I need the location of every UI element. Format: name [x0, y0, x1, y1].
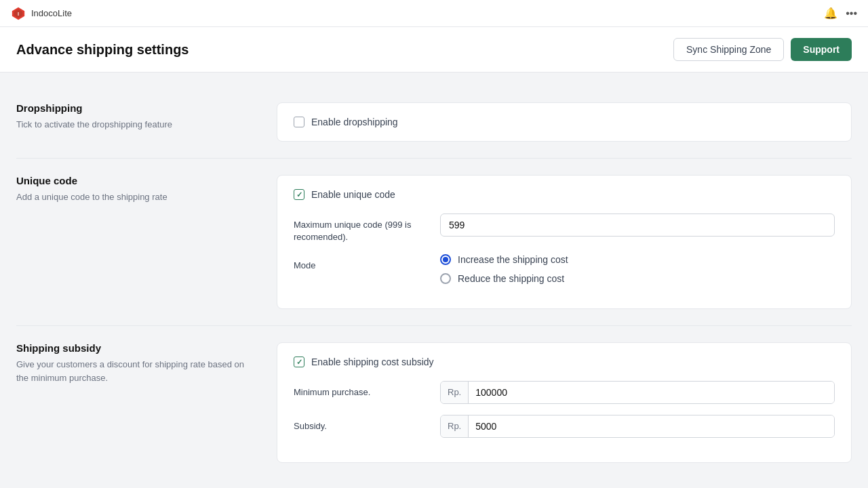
- section-label-dropshipping: Dropshipping Tick to activate the dropsh…: [16, 102, 260, 142]
- input-wrapper-minimum-purchase: Rp.: [440, 381, 835, 404]
- input-prefix-minimum-purchase: Rp.: [441, 382, 469, 403]
- form-row-subsidy: Subsidy. Rp.: [294, 415, 835, 438]
- section-panel-unique-code: Enable unique code Maximum unique code (…: [277, 175, 852, 309]
- app-logo-icon: I: [11, 6, 26, 21]
- form-row-mode: Mode Increase the shipping cost Reduce t…: [294, 254, 835, 284]
- checkbox-label-unique-code: Enable unique code: [311, 189, 395, 200]
- input-subsidy[interactable]: [469, 415, 834, 437]
- checkbox-shipping-subsidy[interactable]: [294, 357, 304, 367]
- main-content: Dropshipping Tick to activate the dropsh…: [0, 73, 868, 488]
- checkbox-row-unique-code: Enable unique code: [294, 189, 835, 200]
- checkbox-label-dropshipping: Enable dropshipping: [311, 117, 398, 127]
- radio-increase[interactable]: [440, 254, 451, 265]
- form-row-minimum-purchase: Minimum purchase. Rp.: [294, 381, 835, 404]
- section-desc-shipping-subsidy: Give your customers a discount for shipp…: [16, 358, 244, 384]
- checkbox-label-shipping-subsidy: Enable shipping cost subsidy: [311, 357, 434, 367]
- topbar: I IndocoLite 🔔 •••: [0, 0, 868, 27]
- section-title-dropshipping: Dropshipping: [16, 102, 244, 114]
- page-title: Advance shipping settings: [16, 42, 189, 58]
- page-header: Advance shipping settings Sync Shipping …: [0, 27, 868, 73]
- radio-label-increase: Increase the shipping cost: [458, 254, 568, 265]
- section-desc-dropshipping: Tick to activate the dropshipping featur…: [16, 118, 244, 131]
- checkbox-dropshipping[interactable]: [294, 117, 304, 127]
- input-max-unique-code[interactable]: [440, 214, 835, 237]
- radio-group-mode: Increase the shipping cost Reduce the sh…: [440, 254, 568, 284]
- checkbox-row-shipping-subsidy: Enable shipping cost subsidy: [294, 357, 835, 367]
- section-label-unique-code: Unique code Add a unique code to the shi…: [16, 175, 260, 309]
- section-dropshipping: Dropshipping Tick to activate the dropsh…: [16, 86, 852, 159]
- form-row-max-unique-code: Maximum unique code (999 is recomended).: [294, 214, 835, 243]
- sync-shipping-zone-button[interactable]: Sync Shipping Zone: [673, 38, 784, 61]
- radio-row-reduce: Reduce the shipping cost: [440, 273, 568, 284]
- section-panel-dropshipping: Enable dropshipping: [277, 102, 852, 142]
- radio-label-reduce: Reduce the shipping cost: [458, 273, 564, 284]
- input-prefix-subsidy: Rp.: [441, 415, 469, 437]
- topbar-left: I IndocoLite: [11, 6, 72, 21]
- section-label-shipping-subsidy: Shipping subsidy Give your customers a d…: [16, 342, 260, 463]
- section-title-shipping-subsidy: Shipping subsidy: [16, 342, 244, 354]
- form-label-mode: Mode: [294, 254, 429, 272]
- checkbox-unique-code[interactable]: [294, 189, 304, 200]
- radio-reduce[interactable]: [440, 273, 451, 284]
- section-unique-code: Unique code Add a unique code to the shi…: [16, 159, 852, 326]
- more-options-icon[interactable]: •••: [846, 7, 857, 20]
- header-actions: Sync Shipping Zone Support: [673, 38, 852, 61]
- form-label-minimum-purchase: Minimum purchase.: [294, 381, 429, 399]
- support-button[interactable]: Support: [791, 38, 852, 61]
- section-desc-unique-code: Add a unique code to the shipping rate: [16, 190, 244, 204]
- notification-icon[interactable]: 🔔: [824, 7, 837, 20]
- section-panel-shipping-subsidy: Enable shipping cost subsidy Minimum pur…: [277, 342, 852, 463]
- section-shipping-subsidy: Shipping subsidy Give your customers a d…: [16, 326, 852, 479]
- radio-row-increase: Increase the shipping cost: [440, 254, 568, 265]
- app-name: IndocoLite: [31, 8, 72, 18]
- section-title-unique-code: Unique code: [16, 175, 244, 186]
- input-minimum-purchase[interactable]: [469, 382, 834, 403]
- form-label-subsidy: Subsidy.: [294, 415, 429, 432]
- checkbox-row-dropshipping: Enable dropshipping: [294, 117, 835, 127]
- input-wrapper-subsidy: Rp.: [440, 415, 835, 438]
- form-label-max-unique-code: Maximum unique code (999 is recomended).: [294, 214, 429, 243]
- topbar-right: 🔔 •••: [824, 7, 857, 20]
- svg-text:I: I: [18, 10, 19, 16]
